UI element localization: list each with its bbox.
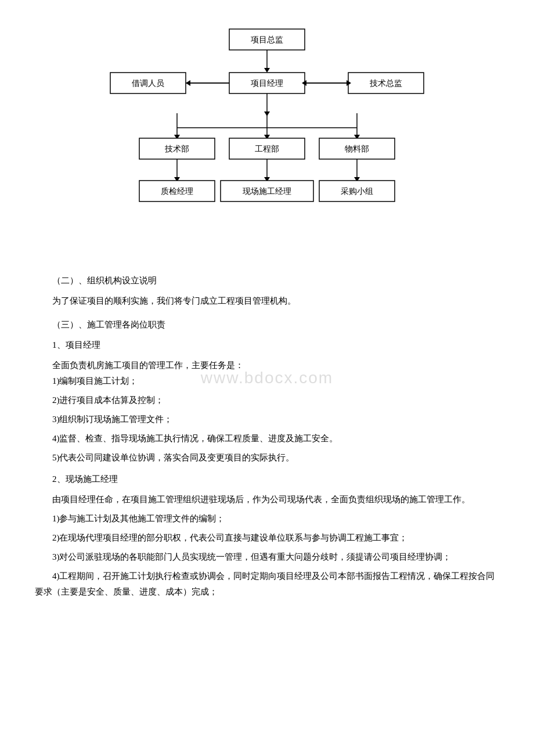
- list-item: 3)组织制订现场施工管理文件；: [35, 412, 499, 427]
- list-item: 5)代表公司同建设单位协调，落实合同及变更项目的实际执行。: [35, 450, 499, 466]
- list-item: 4)工程期间，召开施工计划执行检查或协调会，同时定期向项目经理及公司本部书面报告…: [35, 568, 499, 600]
- section-2-title: （二）、组织机构设立说明: [35, 273, 499, 289]
- org-chart: 项目总监 借调人员 项目经理 技术总监: [35, 17, 499, 261]
- section-2-body: 为了保证项目的顺利实施，我们将专门成立工程项目管理机构。: [35, 293, 499, 309]
- list-item: 2)进行项目成本估算及控制；: [35, 393, 499, 408]
- section-3-1-intro: 全面负责机房施工项目的管理工作，主要任务是：: [35, 358, 499, 373]
- list-item: 1)编制项目施工计划；: [35, 373, 499, 389]
- section-3-1-items: 1)编制项目施工计划； 2)进行项目成本估算及控制； 3)组织制订现场施工管理文…: [35, 373, 499, 466]
- section-2: （二）、组织机构设立说明 为了保证项目的顺利实施，我们将专门成立工程项目管理机构…: [35, 273, 499, 309]
- list-item: 3)对公司派驻现场的各职能部门人员实现统一管理，但遇有重大问题分歧时，须提请公司…: [35, 549, 499, 565]
- svg-text:项目总监: 项目总监: [251, 35, 283, 44]
- svg-marker-3: [264, 68, 270, 73]
- svg-text:现场施工经理: 现场施工经理: [243, 187, 291, 196]
- svg-marker-12: [186, 80, 190, 86]
- svg-text:技术部: 技术部: [164, 145, 189, 153]
- list-item: 4)监督、检查、指导现场施工执行情况，确保工程质量、进度及施工安全。: [35, 431, 499, 447]
- svg-text:采购小组: 采购小组: [341, 187, 373, 196]
- svg-text:工程部: 工程部: [255, 145, 279, 153]
- svg-text:技术总监: 技术总监: [369, 79, 402, 88]
- section-3: （三）、施工管理各岗位职责 1、项目经理 全面负责机房施工项目的管理工作，主要任…: [35, 317, 499, 600]
- section-3-2-items: 1)参与施工计划及其他施工管理文件的编制； 2)在现场代理项目经理的部分职权，代…: [35, 511, 499, 600]
- list-item: 1)参与施工计划及其他施工管理文件的编制；: [35, 511, 499, 527]
- svg-text:物料部: 物料部: [345, 145, 369, 153]
- svg-text:质检经理: 质检经理: [161, 187, 193, 196]
- section-3-2-title: 2、现场施工经理: [35, 471, 499, 487]
- section-3-1-title: 1、项目经理: [35, 337, 499, 353]
- content-body: （二）、组织机构设立说明 为了保证项目的顺利实施，我们将专门成立工程项目管理机构…: [35, 273, 499, 600]
- svg-text:项目经理: 项目经理: [251, 79, 283, 88]
- svg-text:借调人员: 借调人员: [132, 79, 164, 88]
- list-item: 2)在现场代理项目经理的部分职权，代表公司直接与建设单位联系与参与协调工程施工事…: [35, 530, 499, 546]
- section-3-2-body: 由项目经理任命，在项目施工管理组织进驻现场后，作为公司现场代表，全面负责组织现场…: [35, 492, 499, 507]
- section-3-title: （三）、施工管理各岗位职责: [35, 317, 499, 333]
